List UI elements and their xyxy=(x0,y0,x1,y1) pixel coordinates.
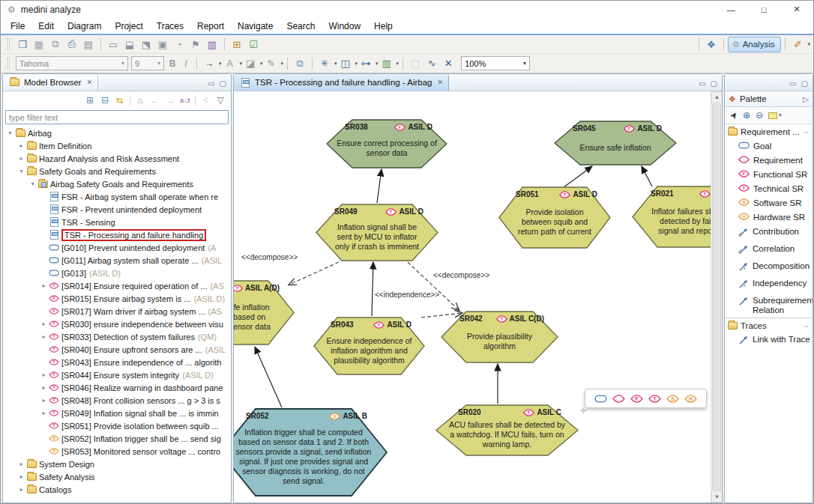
home-button[interactable]: ⌂ xyxy=(133,94,147,107)
tree-item[interactable]: ▸System Design xyxy=(3,458,231,470)
menu-project[interactable]: Project xyxy=(108,19,149,34)
diagram-node-SR051[interactable]: SR051 T ASIL D Provide isolationbetween … xyxy=(499,187,610,248)
drawer-pin-icon[interactable]: ⇔ xyxy=(803,322,810,330)
chevron-expanded-icon[interactable]: ▾ xyxy=(17,168,25,174)
diagram-edge[interactable] xyxy=(372,262,373,316)
chevron-collapsed-icon[interactable]: ▸ xyxy=(40,384,48,391)
chevron-collapsed-icon[interactable]: ▸ xyxy=(17,155,25,162)
tree-item[interactable]: TSR - Processing and failure handling xyxy=(3,228,231,241)
diagram-note-button[interactable]: ⬓ xyxy=(122,37,137,52)
technical-sr-icon[interactable]: T xyxy=(648,395,661,403)
tree-item[interactable]: ▸Catalogs xyxy=(3,483,231,496)
collapse-all-button[interactable]: ⊟ xyxy=(98,94,112,107)
font-size-select[interactable]: 9▾ xyxy=(131,56,164,70)
dropdown-caret-icon[interactable]: ▾ xyxy=(397,61,400,67)
menu-navigate[interactable]: Navigate xyxy=(231,19,280,34)
line-arrow-button[interactable]: → xyxy=(202,56,217,71)
menu-edit[interactable]: Edit xyxy=(31,19,61,34)
tree-item[interactable]: ▸F[SR014] Ensure required operation of .… xyxy=(3,279,231,292)
menu-report[interactable]: Report xyxy=(190,19,231,34)
comment-button[interactable]: ▭ xyxy=(106,37,121,52)
chevron-expanded-icon[interactable]: ▾ xyxy=(6,130,14,136)
palette-item-hardware-sr[interactable]: H Hardware SR xyxy=(725,210,813,225)
diagram-node-SR045[interactable]: SR045 F ASIL D Ensure safe inflation xyxy=(555,121,676,165)
minimize-editor-icon[interactable]: ▭ xyxy=(699,79,705,88)
drawer-pin-icon[interactable]: ⇔ xyxy=(803,128,810,136)
dropdown-caret-icon[interactable]: ▾ xyxy=(355,61,358,67)
minimize-button[interactable]: — xyxy=(714,1,747,18)
copy-format-button[interactable]: ⧉ xyxy=(292,56,307,71)
palette-item-software-sr[interactable]: S Software SR xyxy=(725,196,813,210)
note-flag-button[interactable]: ⚑ xyxy=(188,37,203,52)
tree-item[interactable]: FSR - Airbag system shall operate when r… xyxy=(3,190,231,203)
dropdown-caret-icon[interactable]: ▾ xyxy=(807,41,810,47)
toolbar-handle[interactable] xyxy=(7,38,10,50)
layout-tree-button[interactable]: ⊶ xyxy=(358,56,373,71)
layers-button[interactable]: ⁖ xyxy=(199,94,212,107)
diagram-node-SR038[interactable]: SR038 F ASIL D Ensure correct processing… xyxy=(327,120,447,168)
tab-close-icon[interactable]: ✕ xyxy=(87,79,93,86)
tree-item[interactable]: ▸T[SR048] Front collision sensors ... g … xyxy=(3,394,231,407)
diagram-node-SR043[interactable]: SR043 T ASIL D Ensure independence ofinf… xyxy=(314,318,424,374)
menu-traces[interactable]: Traces xyxy=(150,19,190,34)
palette-item-technical-sr[interactable]: T Technical SR xyxy=(725,182,813,196)
zoom-out-tool[interactable]: ⊖ xyxy=(756,110,763,121)
print-button[interactable]: ⎙ xyxy=(64,37,79,52)
note-copy-button[interactable]: ▣ xyxy=(155,37,170,52)
chevron-collapsed-icon[interactable]: ▸ xyxy=(40,333,48,340)
tree-filter-input[interactable] xyxy=(5,110,229,124)
requirement-icon[interactable] xyxy=(612,395,625,403)
layout-org-button[interactable]: ◫ xyxy=(338,56,353,71)
palette-item-contribution[interactable]: Contribution xyxy=(725,225,813,242)
italic-button[interactable]: I xyxy=(179,57,193,70)
tree-item[interactable]: [G011] Airbag system shall operate ...(A… xyxy=(3,254,231,267)
tree-item[interactable]: ▸Hazard Analysis and Risk Assessment xyxy=(3,152,231,165)
tab-model-browser[interactable]: Model Browser ✕ xyxy=(3,74,98,91)
save-all-button[interactable]: ⧉ xyxy=(48,37,63,52)
palette-item-link-with-trace[interactable]: Link with Trace xyxy=(725,333,813,350)
font-family-select[interactable]: Tahoma▾ xyxy=(16,56,128,70)
note-tool[interactable]: ▾ xyxy=(768,112,782,119)
palette-item-requirement[interactable]: Requirement xyxy=(725,154,813,168)
palette-item-functional-sr[interactable]: F Functional SR xyxy=(725,168,813,182)
dropdown-caret-icon[interactable]: ▾ xyxy=(240,61,243,67)
palette-item-correlation[interactable]: Correlation xyxy=(725,242,813,259)
open-perspective-button[interactable]: ❖ xyxy=(704,37,719,52)
tree-item[interactable]: F[SR015] Ensure airbag system is ...(ASI… xyxy=(3,292,231,305)
tree-item[interactable]: ▾Airbag Safety Goals and Requirements xyxy=(3,177,231,190)
tree-item[interactable]: T[SR051] Provide isolation between squib… xyxy=(3,419,231,432)
palette-item-goal[interactable]: Goal xyxy=(725,139,813,154)
palette-item-subrequirement-relation[interactable]: Subrequirement Relation xyxy=(725,294,813,318)
scroll-up-icon[interactable]: ▲ xyxy=(711,91,723,103)
dropdown-caret-icon[interactable]: ▾ xyxy=(281,61,284,67)
route-straight-button[interactable]: ✕ xyxy=(441,56,456,71)
tree-item[interactable]: S[SR052] Inflation trigger shall be ... … xyxy=(3,432,231,445)
palette-expand-icon[interactable]: ▷ xyxy=(803,95,809,103)
diagram-node-SR020[interactable]: SR020 T ASIL C ACU failures shall be det… xyxy=(436,405,578,455)
chevron-collapsed-icon[interactable]: ▸ xyxy=(17,473,25,480)
select-tool[interactable]: ➤ xyxy=(727,109,740,121)
chevron-collapsed-icon[interactable]: ▸ xyxy=(17,142,25,149)
new-button[interactable]: ❒ xyxy=(15,37,30,52)
diagram-node-clipped[interactable]: T ASIL A(D) Ensure safe inflationdecisio… xyxy=(234,281,294,344)
chevron-collapsed-icon[interactable]: ▸ xyxy=(40,321,48,327)
diagram-node-SR052[interactable]: SR052 S ASIL B Inflation trigger shall b… xyxy=(234,409,387,496)
sort-az-button[interactable]: a↓z xyxy=(178,94,192,107)
analysis-perspective-button[interactable]: ⚙Analysis xyxy=(728,37,782,52)
palette-item-decomposition[interactable]: Decomposition xyxy=(725,259,813,276)
chevron-collapsed-icon[interactable]: ▸ xyxy=(17,486,25,493)
sync-selection-button[interactable]: ⇆ xyxy=(113,94,127,107)
menu-file[interactable]: File xyxy=(4,19,31,34)
diagram-canvas[interactable]: <<decompose>><<decompose>><<independence… xyxy=(234,91,711,503)
tree-item[interactable]: TSR - Sensing xyxy=(3,216,231,228)
dropdown-caret-icon[interactable]: ▾ xyxy=(260,61,263,67)
menu-search[interactable]: Search xyxy=(280,19,322,34)
tab-diagram-editor[interactable]: TSR - Processing and failure handling - … xyxy=(234,74,449,91)
tree-item[interactable]: S[SR053] Monitored sensor voltage ... co… xyxy=(3,445,231,458)
checklist-button[interactable]: ☑ xyxy=(246,37,261,52)
tree-item[interactable]: ▸Safety Analysis xyxy=(3,470,231,483)
diagram-node-SR049[interactable]: SR049 T ASIL D Inflation signal shall be… xyxy=(316,204,438,261)
tab-close-icon[interactable]: ✕ xyxy=(438,79,444,86)
close-button[interactable]: ✕ xyxy=(780,1,813,18)
diagram-edge-dashed[interactable] xyxy=(289,262,339,285)
